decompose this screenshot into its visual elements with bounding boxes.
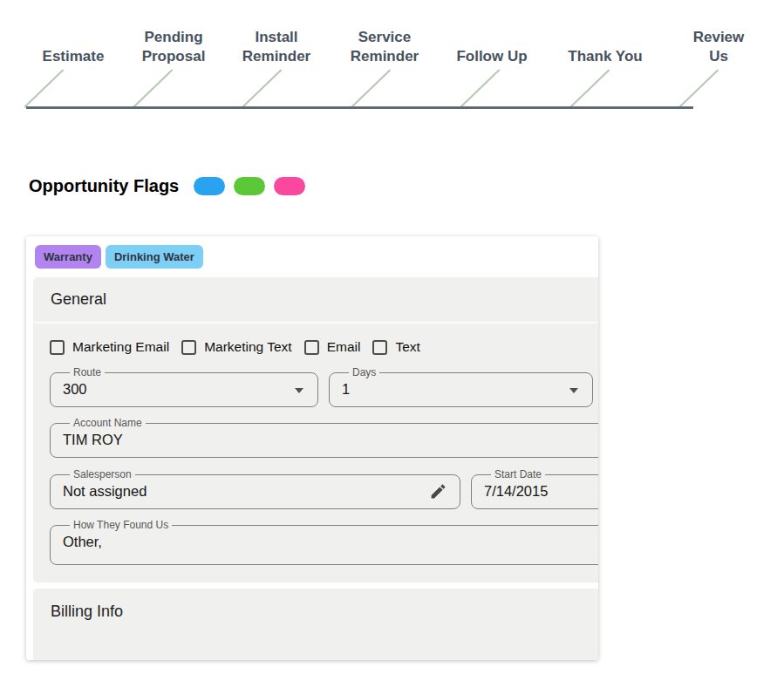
timeline-stage-install-reminder[interactable]: Install Reminder — [242, 28, 310, 66]
general-section-title: General — [33, 277, 598, 324]
checkbox-box[interactable] — [50, 340, 65, 355]
general-section: General Marketing Email Marketing Text E… — [33, 277, 598, 582]
chevron-down-icon[interactable] — [569, 388, 578, 393]
start-date-label: Start Date — [491, 470, 545, 480]
timeline-tick — [24, 69, 64, 108]
account-name-label: Account Name — [70, 419, 146, 428]
checkbox-marketing-text[interactable]: Marketing Text — [181, 339, 292, 355]
tag-drinking-water[interactable]: Drinking Water — [106, 245, 203, 269]
pipeline-timeline: Estimate Pending Proposal Install Remind… — [0, 0, 784, 122]
timeline-stage-review-us[interactable]: Review Us — [686, 28, 752, 66]
timeline-tick — [133, 69, 173, 108]
start-date-field[interactable]: Start Date 7/14/2015 — [471, 470, 598, 509]
timeline-tick — [351, 69, 391, 108]
how-they-found-us-value: Other, — [63, 532, 598, 556]
timeline-tick — [678, 69, 719, 108]
timeline-tick — [460, 69, 500, 108]
billing-section: Billing Info — [33, 589, 598, 660]
account-name-value: TIM ROY — [63, 430, 598, 449]
communication-checkboxes: Marketing Email Marketing Text Email Tex… — [50, 339, 598, 355]
tag-warranty[interactable]: Warranty — [35, 245, 101, 269]
flag-pill-green[interactable] — [234, 177, 265, 195]
route-select[interactable]: Route 300 — [50, 368, 318, 407]
days-select-label: Days — [349, 368, 379, 378]
timeline-tick — [569, 69, 610, 108]
salesperson-value: Not assigned — [63, 481, 447, 501]
checkbox-marketing-email[interactable]: Marketing Email — [50, 339, 169, 355]
chevron-down-icon[interactable] — [295, 388, 303, 393]
checkbox-box[interactable] — [181, 340, 196, 355]
checkbox-email[interactable]: Email — [304, 339, 361, 355]
opportunity-flags-pills — [194, 177, 305, 195]
route-select-value: 300 — [63, 379, 305, 398]
opportunity-flags-row: Opportunity Flags — [29, 176, 305, 196]
billing-section-title: Billing Info — [33, 589, 598, 635]
account-tags-row: Warranty Drinking Water — [35, 245, 598, 269]
flag-pill-pink[interactable] — [274, 177, 305, 195]
account-name-field[interactable]: Account Name TIM ROY — [50, 419, 598, 458]
timeline-stage-thank-you[interactable]: Thank You — [568, 47, 642, 66]
salesperson-label: Salesperson — [70, 470, 135, 480]
opportunity-flags-title: Opportunity Flags — [29, 176, 179, 196]
checkbox-label: Marketing Text — [204, 339, 292, 355]
salesperson-field[interactable]: Salesperson Not assigned — [50, 470, 460, 509]
route-select-label: Route — [70, 368, 105, 378]
general-section-body: Marketing Email Marketing Text Email Tex… — [33, 324, 598, 582]
checkbox-label: Text — [395, 339, 419, 355]
edit-pencil-icon[interactable] — [429, 482, 447, 501]
how-they-found-us-field[interactable]: How They Found Us Other, — [50, 521, 598, 565]
timeline-stage-service-reminder[interactable]: Service Reminder — [351, 28, 419, 66]
timeline-tick — [242, 69, 282, 108]
checkbox-box[interactable] — [304, 340, 319, 355]
days-select-value: 1 — [342, 379, 580, 398]
checkbox-text[interactable]: Text — [372, 339, 419, 355]
timeline-stage-follow-up[interactable]: Follow Up — [456, 47, 527, 66]
how-they-found-us-label: How They Found Us — [70, 521, 172, 530]
timeline-stage-pending-proposal[interactable]: Pending Proposal — [142, 28, 206, 66]
account-card: Warranty Drinking Water General Marketin… — [26, 236, 598, 660]
days-select[interactable]: Days 1 — [329, 368, 593, 407]
checkbox-box[interactable] — [372, 340, 387, 355]
start-date-value: 7/14/2015 — [484, 481, 598, 501]
timeline-stage-estimate[interactable]: Estimate — [43, 47, 105, 66]
timeline-baseline — [26, 106, 693, 109]
checkbox-label: Email — [327, 339, 361, 355]
checkbox-label: Marketing Email — [72, 339, 169, 355]
flag-pill-blue[interactable] — [194, 177, 225, 195]
